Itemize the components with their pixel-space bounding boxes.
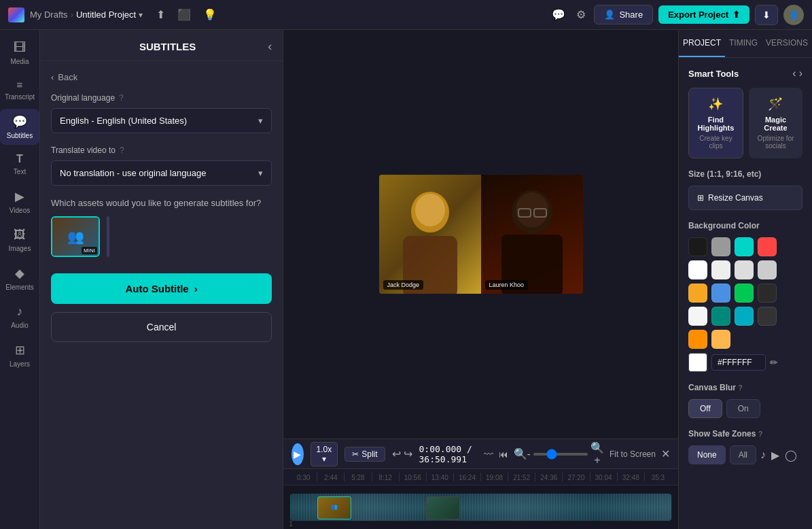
canvas-blur-off-button[interactable]: Off <box>688 399 722 418</box>
help-icon-translate[interactable]: ? <box>120 146 124 155</box>
ruler-mark: 16:24 <box>453 473 480 481</box>
instagram-icon[interactable]: ◯ <box>785 449 797 462</box>
export-icon: ⬆ <box>732 10 740 20</box>
settings-icon[interactable]: ⚙ <box>573 5 588 24</box>
sidebar-item-elements[interactable]: ◆ Elements <box>0 260 39 296</box>
sidebar-item-text[interactable]: T Text <box>0 148 39 181</box>
color-swatch[interactable] <box>688 237 707 256</box>
youtube-icon[interactable]: ▶ <box>771 449 779 462</box>
original-language-select[interactable]: English - English (United States) ▾ <box>51 108 272 133</box>
auto-subtitle-button[interactable]: Auto Subtitle › <box>51 273 272 304</box>
video-preview: Jack Dodge Lauren Khoo <box>379 175 583 294</box>
color-swatch[interactable] <box>735 260 754 279</box>
timeline-tracks[interactable]: 👥 1 <box>283 485 678 529</box>
speed-button[interactable]: 1.0x ▾ <box>311 442 338 466</box>
play-button[interactable]: ▶ <box>292 443 303 465</box>
breadcrumb-parent[interactable]: My Drafts <box>30 10 68 20</box>
translate-label: Translate video to ? <box>51 146 272 155</box>
color-swatch[interactable] <box>758 237 777 256</box>
canvas-blur-on-button[interactable]: On <box>726 399 760 418</box>
download-button[interactable]: ⬇ <box>755 5 778 25</box>
color-swatch[interactable] <box>735 284 754 303</box>
hex-input[interactable] <box>711 354 766 371</box>
translate-select[interactable]: No translation - use original language ▾ <box>51 160 272 186</box>
split-button[interactable]: ✂ Split <box>345 447 385 462</box>
bulb-icon[interactable]: 💡 <box>200 5 219 24</box>
sidebar-item-videos[interactable]: ▶ Videos <box>0 184 39 220</box>
tiktok-icon[interactable]: ♪ <box>760 449 766 461</box>
color-swatch[interactable] <box>758 284 777 303</box>
asset-thumbnail[interactable]: 👥 MINI <box>51 216 100 257</box>
right-panel: PROJECT TIMING VERSIONS Smart Tools ‹ › … <box>678 30 812 529</box>
color-swatch[interactable] <box>711 330 730 349</box>
color-swatch[interactable] <box>711 284 730 303</box>
color-swatch[interactable] <box>758 307 777 326</box>
asset-grid: 👥 MINI <box>51 216 272 257</box>
color-swatch[interactable] <box>688 330 707 349</box>
comment-icon[interactable]: 💬 <box>549 5 568 24</box>
resize-canvas-button[interactable]: ⊞ Resize Canvas <box>688 186 802 210</box>
ruler-mark: 19:08 <box>480 473 508 481</box>
export-button[interactable]: Export Project ⬆ <box>658 5 749 24</box>
panel-resize-handle[interactable] <box>107 216 109 257</box>
help-icon-safe-zones[interactable]: ? <box>758 430 763 438</box>
chevron-down-icon: ▾ <box>258 168 263 178</box>
track-bar: 👥 <box>283 485 678 529</box>
upload-icon[interactable]: ⬆ <box>154 5 168 24</box>
tab-versions[interactable]: VERSIONS <box>762 30 812 57</box>
skip-to-start-button[interactable]: ⏮ <box>499 449 508 460</box>
platform-icons: ♪ ▶ ◯ <box>760 449 797 462</box>
track-content[interactable]: 👥 <box>290 494 671 521</box>
color-swatch[interactable] <box>758 260 777 279</box>
color-swatch[interactable] <box>711 260 730 279</box>
color-swatch[interactable] <box>735 307 754 326</box>
sidebar-item-layers[interactable]: ⊞ Layers <box>0 337 39 373</box>
logo <box>8 7 24 22</box>
screen-icon[interactable]: ⬛ <box>175 5 194 24</box>
safe-zones-all-button[interactable]: All <box>730 445 756 464</box>
help-icon-canvas-blur[interactable]: ? <box>738 383 743 392</box>
background-color-label: Background Color <box>688 221 802 231</box>
canvas-blur-toggle: Off On <box>688 399 802 418</box>
color-hex-input: ✏ <box>688 353 802 372</box>
tool-card-find-highlights[interactable]: ✨ Find Highlights Create key clips <box>688 88 743 158</box>
sidebar-item-subtitles[interactable]: 💬 Subtitles <box>0 109 39 145</box>
zoom-out-button[interactable]: 🔍- <box>514 447 531 460</box>
panel-close-button[interactable]: ‹ <box>268 39 272 54</box>
redo-button[interactable]: ↪ <box>404 447 412 460</box>
zoom-slider[interactable] <box>533 453 588 456</box>
breadcrumb-project[interactable]: Untitled Project <box>76 10 136 20</box>
share-button[interactable]: 👤 Share <box>594 5 653 24</box>
timeline-ruler: 0:30 2:44 5:28 8:12 10:56 13:40 16:24 19… <box>283 468 678 485</box>
timeline-right-controls: 〰 ⏮ 🔍- 🔍+ Fit to Screen ✕ <box>484 441 670 466</box>
media-icon: 🎞 <box>14 41 26 55</box>
nav-prev-button[interactable]: ‹ <box>792 67 796 80</box>
help-icon-original[interactable]: ? <box>119 93 124 103</box>
color-swatch[interactable] <box>688 307 707 326</box>
page-number: 1 <box>289 520 293 528</box>
ruler-mark: 27:20 <box>562 473 589 481</box>
tab-project[interactable]: PROJECT <box>679 30 725 57</box>
chevron-down-icon[interactable]: ▾ <box>139 10 143 20</box>
color-swatch[interactable] <box>735 237 754 256</box>
sidebar-item-audio[interactable]: ♪ Audio <box>0 299 39 335</box>
tab-timing[interactable]: TIMING <box>725 30 762 57</box>
sidebar-item-transcript[interactable]: ≡ Transcript <box>0 73 39 106</box>
sidebar-item-images[interactable]: 🖼 Images <box>0 222 39 258</box>
zoom-in-button[interactable]: 🔍+ <box>590 441 604 466</box>
back-button[interactable]: ‹ Back <box>51 72 77 82</box>
original-language-label: Original language ? <box>51 93 272 103</box>
color-swatch-white[interactable] <box>688 260 707 279</box>
fit-to-screen-button[interactable]: Fit to Screen <box>610 449 656 459</box>
sidebar-item-media[interactable]: 🎞 Media <box>0 35 39 71</box>
undo-button[interactable]: ↩ <box>392 447 401 460</box>
color-swatch[interactable] <box>688 284 707 303</box>
close-timeline-button[interactable]: ✕ <box>661 447 670 460</box>
eyedropper-button[interactable]: ✏ <box>770 357 778 368</box>
nav-next-button[interactable]: › <box>799 67 802 80</box>
cancel-button[interactable]: Cancel <box>51 312 272 342</box>
safe-zones-none-button[interactable]: None <box>688 445 726 464</box>
color-swatch[interactable] <box>711 307 730 326</box>
tool-card-magic-create[interactable]: 🪄 Magic Create Optimize for socials <box>749 88 802 158</box>
color-swatch[interactable] <box>711 237 730 256</box>
